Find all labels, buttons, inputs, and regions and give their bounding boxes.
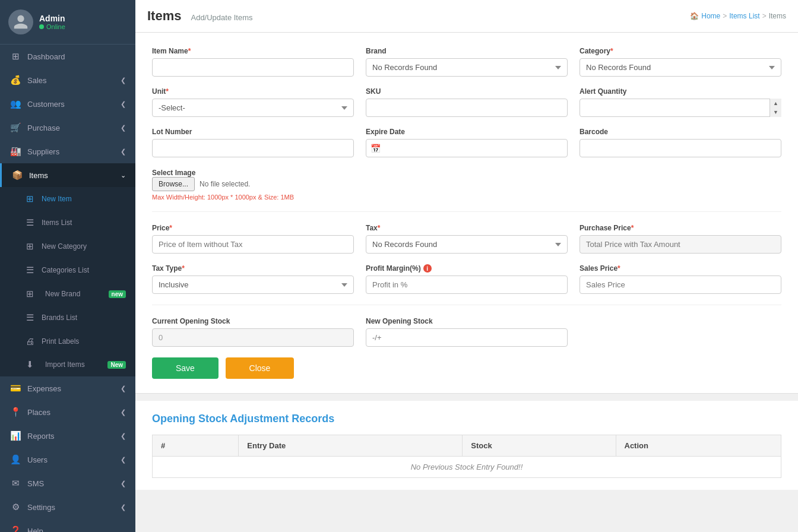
sidebar-item-reports[interactable]: 📊 Reports ❮ [0,424,135,448]
sidebar-item-items[interactable]: 📦 Items ⌄ [0,163,135,187]
expire-date-input[interactable] [366,139,568,157]
sales-price-label: Sales Price* [580,264,781,273]
category-label: Category* [580,47,781,55]
calendar-icon[interactable]: 📅 [370,144,381,153]
sidebar-item-items-list[interactable]: ☰ Items List [0,211,135,235]
sidebar-header: Admin Online [0,0,135,45]
brands-list-icon: ☰ [24,312,36,323]
profit-margin-label: Profit Margin(%) i [366,264,568,273]
profit-info-icon[interactable]: i [423,264,432,273]
select-image-label: Select Image [152,169,195,177]
sidebar-item-users[interactable]: 👤 Users ❮ [0,448,135,471]
sku-label: SKU [366,87,568,96]
brand-select[interactable]: No Records Found [366,58,568,77]
col-hash: # [153,435,239,457]
print-labels-icon: 🖨 [24,336,36,346]
unit-label: Unit* [152,87,354,96]
sms-icon: ✉ [10,478,21,489]
sidebar-item-expenses[interactable]: 💳 Expenses ❮ [0,376,135,400]
expire-date-wrap: 📅 [366,139,568,157]
breadcrumb: 🏠 Home > Items List > Items [690,12,786,20]
sidebar-item-sales[interactable]: 💰 Sales ❮ [0,68,135,92]
barcode-input[interactable] [580,139,781,157]
sales-price-group: Sales Price* [580,264,781,294]
col-action: Action [616,435,781,457]
price-input[interactable] [152,235,354,254]
alert-quantity-input[interactable] [580,99,781,117]
sidebar-item-suppliers[interactable]: 🏭 Suppliers ❮ [0,140,135,163]
stock-no-records-cell: No Previous Stock Entry Found!! [153,457,781,478]
tax-type-select[interactable]: Inclusive [152,276,354,294]
sidebar-item-settings[interactable]: ⚙ Settings ❮ [0,495,135,519]
new-stock-input[interactable] [366,328,568,347]
spin-down[interactable]: ▼ [770,108,781,118]
subnav-label-brands-list: Brands List [42,314,126,322]
col-entry-date: Entry Date [239,435,463,457]
sidebar-item-help[interactable]: ❓ Help [0,519,135,532]
sidebar-item-brands-list[interactable]: ☰ Brands List [0,306,135,330]
subnav-label-new-category: New Category [42,242,126,251]
settings-arrow: ❮ [121,504,126,511]
purchase-price-label: Purchase Price* [580,224,781,232]
close-button[interactable]: Close [226,357,294,379]
sku-input[interactable] [366,99,568,117]
subnav-label-categories-list: Categories List [42,266,126,274]
lot-number-input[interactable] [152,139,354,157]
sidebar-item-customers[interactable]: 👥 Customers ❮ [0,92,135,116]
breadcrumb-items-list[interactable]: Items List [729,12,759,20]
category-select[interactable]: No Records Found [580,58,781,77]
sidebar-item-places[interactable]: 📍 Places ❮ [0,400,135,424]
sidebar-label-places: Places [27,408,121,417]
new-stock-group: New Opening Stock [366,317,568,347]
current-stock-group: Current Opening Stock [152,317,354,347]
item-name-group: Item Name* [152,47,354,77]
items-icon: 📦 [11,170,23,180]
spin-up[interactable]: ▲ [770,99,781,108]
sidebar-item-new-item[interactable]: ⊞ New Item [0,187,135,211]
sidebar-item-new-brand[interactable]: ⊞ New Brand new [0,282,135,306]
spin-buttons: ▲ ▼ [770,99,781,117]
tax-required: * [378,224,381,232]
sidebar-item-categories-list[interactable]: ☰ Categories List [0,258,135,282]
purchase-price-group: Purchase Price* [580,224,781,254]
file-hint: Max Width/Height: 1000px * 1000px & Size… [152,194,781,201]
sidebar-label-expenses: Expenses [27,384,121,393]
purchase-price-input [580,235,781,254]
browse-button[interactable]: Browse... [152,177,195,191]
import-items-badge: New [107,361,126,369]
brand-select-wrap: No Records Found [366,58,568,77]
profit-margin-group: Profit Margin(%) i [366,264,568,294]
barcode-label: Barcode [580,128,781,136]
breadcrumb-home[interactable]: Home [701,12,720,20]
file-info: No file selected. [200,180,250,188]
item-name-required: * [188,47,191,55]
brand-label: Brand [366,47,568,55]
suppliers-arrow: ❮ [121,148,126,156]
price-required: * [169,224,172,232]
form-row-5: Tax Type* Inclusive Profit Margin(%) i S… [152,264,781,294]
form-row-1: Item Name* Brand No Records Found Catego… [152,47,781,77]
sidebar-item-purchase[interactable]: 🛒 Purchase ❮ [0,116,135,140]
sidebar-item-dashboard[interactable]: ⊞ Dashboard [0,45,135,68]
category-required: * [610,47,613,55]
categories-list-icon: ☰ [24,265,36,276]
new-item-icon: ⊞ [24,194,36,204]
sidebar-item-print-labels[interactable]: 🖨 Print Labels [0,330,135,353]
unit-select[interactable]: -Select- [152,99,354,117]
form-row-2: Unit* -Select- SKU Alert Quantity ▲ ▼ [152,87,781,117]
brand-group: Brand No Records Found [366,47,568,77]
sidebar-item-new-category[interactable]: ⊞ New Category [0,235,135,258]
username: Admin [39,14,65,23]
subnav-label-import-items: Import Items [45,360,104,369]
save-button[interactable]: Save [152,357,218,379]
avatar [8,10,33,34]
profit-margin-input[interactable] [366,276,568,294]
sidebar-item-import-items[interactable]: ⬇ Import Items New [0,353,135,376]
sales-arrow: ❮ [121,77,126,84]
item-name-input[interactable] [152,58,354,77]
unit-group: Unit* -Select- [152,87,354,117]
placeholder-group [580,317,781,347]
tax-select[interactable]: No Records Found [366,235,568,254]
sales-price-input[interactable] [580,276,781,294]
sidebar-item-sms[interactable]: ✉ SMS ❮ [0,471,135,495]
